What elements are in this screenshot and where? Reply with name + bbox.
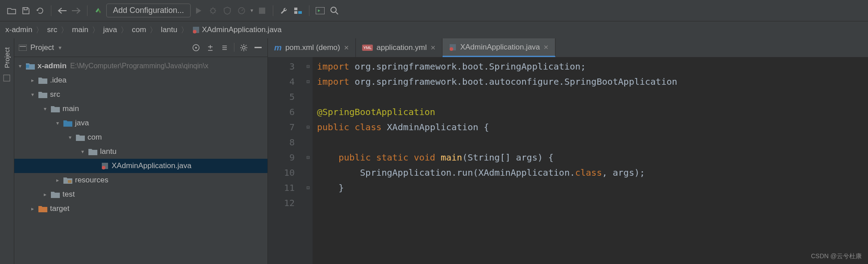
breadcrumb-item[interactable]: java	[103, 25, 117, 34]
tree-item-target[interactable]: ▸ target	[14, 202, 267, 216]
tree-label: src	[50, 90, 60, 99]
tree-label: test	[63, 190, 75, 199]
tab-pom[interactable]: m pom.xml (demo) ✕	[268, 38, 356, 57]
svg-rect-12	[20, 46, 26, 47]
tree-label: x-admin	[38, 62, 67, 70]
separator	[87, 5, 88, 16]
refresh-icon[interactable]	[34, 4, 46, 17]
tab-label: pom.xml (demo)	[285, 43, 340, 52]
chevron-icon: 〉	[61, 25, 68, 35]
sidebar-title[interactable]: Project ▼	[19, 43, 191, 52]
breadcrumb-item[interactable]: src	[47, 25, 57, 34]
svg-point-9	[193, 30, 196, 33]
tool-window-bar: Project	[0, 38, 14, 264]
separator	[309, 5, 309, 16]
breadcrumb-item[interactable]: com	[132, 25, 146, 34]
code-area[interactable]: 3456789101112 ⊟⊟⊟⊟⊟ import org.springfra…	[268, 57, 868, 264]
expand-all-icon[interactable]	[205, 43, 215, 53]
hide-icon[interactable]	[253, 43, 263, 53]
tree-item-test[interactable]: ▸ test	[14, 187, 267, 202]
tab-yml[interactable]: YML application.yml ✕	[356, 38, 442, 57]
tree-item-lantu[interactable]: ▾ lantu	[14, 144, 267, 159]
java-file-icon	[192, 26, 200, 34]
folder-icon	[51, 191, 60, 198]
folder-icon	[38, 77, 47, 84]
select-opened-icon[interactable]	[191, 43, 201, 53]
tree-item-resources[interactable]: ▸ resources	[14, 173, 267, 187]
wrench-icon[interactable]	[278, 4, 290, 17]
dropdown-icon[interactable]: ▼	[250, 8, 254, 13]
tab-label: application.yml	[376, 43, 426, 52]
search-icon[interactable]	[328, 4, 341, 17]
forward-icon[interactable]	[70, 4, 83, 17]
close-icon[interactable]: ✕	[543, 44, 549, 51]
structure-icon[interactable]	[292, 4, 305, 17]
svg-rect-16	[255, 47, 262, 48]
svg-rect-20	[68, 180, 71, 183]
project-tree: ▾ x-admin E:\MyComputer\Programming\Java…	[14, 57, 267, 264]
tree-label: resources	[75, 176, 108, 185]
svg-rect-11	[19, 45, 27, 51]
project-sidebar: Project ▼ ▾ x-admin E:\MyComputer\Progra…	[14, 38, 268, 264]
tree-item-com[interactable]: ▾ com	[14, 130, 267, 144]
svg-rect-17	[26, 65, 29, 68]
tree-root[interactable]: ▾ x-admin E:\MyComputer\Programming\Java…	[14, 59, 267, 73]
open-icon[interactable]	[5, 4, 18, 17]
tree-item-src[interactable]: ▾ src	[14, 87, 267, 102]
breadcrumb-item[interactable]: x-admin	[5, 25, 32, 34]
chevron-right-icon: ▸	[56, 177, 63, 183]
resources-folder-icon	[63, 177, 72, 184]
build-icon[interactable]	[92, 4, 104, 17]
breadcrumb-item[interactable]: lantu	[161, 25, 177, 34]
coverage-icon[interactable]	[221, 4, 234, 17]
java-file-icon	[101, 162, 109, 170]
watermark: CSDN @云兮杜康	[811, 252, 862, 260]
svg-point-14	[195, 47, 197, 49]
profile-icon[interactable]	[235, 4, 248, 17]
tree-label: XAdminApplication.java	[112, 161, 192, 170]
tree-item-file[interactable]: XAdminApplication.java	[14, 159, 267, 173]
chevron-right-icon: ▸	[44, 191, 51, 198]
breadcrumb-item[interactable]: main	[72, 25, 88, 34]
project-tool-button[interactable]: Project	[3, 47, 11, 68]
svg-rect-10	[4, 75, 10, 81]
project-icon	[19, 45, 27, 51]
close-icon[interactable]: ✕	[430, 44, 436, 51]
main-toolbar: Add Configuration... ▼	[0, 0, 868, 21]
save-icon[interactable]	[20, 4, 32, 17]
tree-item-idea[interactable]: ▸ .idea	[14, 73, 267, 87]
gear-icon[interactable]	[239, 43, 249, 53]
chevron-icon: 〉	[36, 25, 43, 35]
excluded-folder-icon	[38, 205, 47, 212]
debug-icon[interactable]	[207, 4, 219, 17]
close-icon[interactable]: ✕	[344, 44, 349, 51]
folder-icon	[51, 105, 60, 112]
chevron-icon: 〉	[121, 25, 128, 35]
tree-path: E:\MyComputer\Programming\Java\qinqin\x	[70, 62, 208, 70]
breadcrumb-item[interactable]: XAdminApplication.java	[202, 25, 282, 34]
separator	[234, 43, 234, 52]
collapse-all-icon[interactable]	[220, 43, 230, 53]
stop-icon[interactable]	[256, 4, 268, 17]
tab-java[interactable]: XAdminApplication.java ✕	[442, 38, 556, 57]
svg-rect-3	[294, 8, 297, 10]
tree-label: java	[75, 119, 89, 128]
tree-label: lantu	[100, 147, 117, 156]
chevron-down-icon: ▾	[19, 63, 26, 69]
tree-label: target	[50, 204, 69, 213]
back-icon[interactable]	[56, 4, 68, 17]
bookmarks-icon[interactable]	[3, 74, 11, 82]
code-content[interactable]: import org.springframework.boot.SpringAp…	[313, 57, 868, 264]
package-icon	[88, 148, 97, 155]
tree-item-java[interactable]: ▾ java	[14, 116, 267, 130]
run-icon[interactable]	[192, 4, 205, 17]
breadcrumb: x-admin〉 src〉 main〉 java〉 com〉 lantu〉 XA…	[0, 21, 868, 38]
folder-icon	[38, 91, 47, 98]
add-configuration-button[interactable]: Add Configuration...	[106, 4, 191, 17]
source-folder-icon	[63, 120, 72, 127]
package-icon	[76, 134, 85, 141]
svg-rect-5	[298, 11, 302, 14]
tree-item-main[interactable]: ▾ main	[14, 102, 267, 116]
run-anything-icon[interactable]	[314, 4, 326, 17]
chevron-down-icon: ▾	[44, 106, 51, 112]
